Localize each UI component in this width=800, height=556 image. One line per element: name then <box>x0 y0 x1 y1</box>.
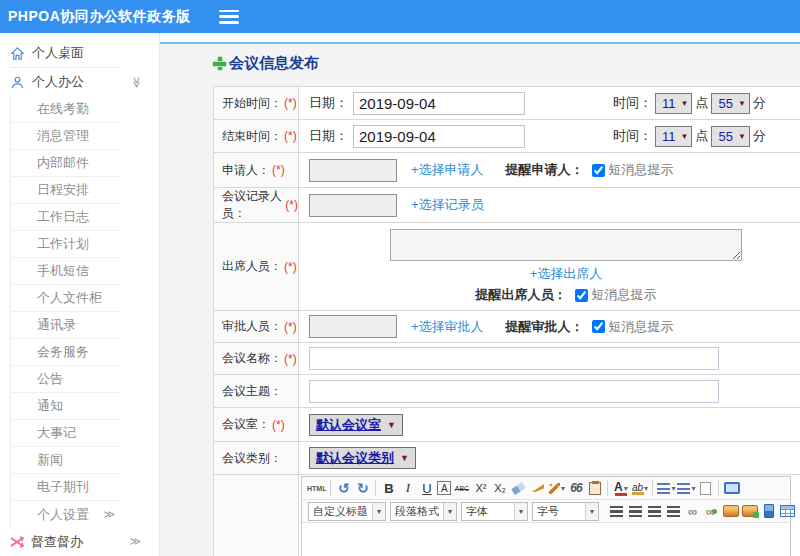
choose-approver-link[interactable]: +选择审批人 <box>411 318 484 336</box>
table-icon[interactable] <box>779 502 796 520</box>
sidebar-item-label: 新闻 <box>37 451 63 469</box>
strikethrough-icon[interactable]: ABC <box>453 479 470 497</box>
sidebar-item-personal-desktop[interactable]: 个人桌面 <box>0 39 159 67</box>
applicant-input[interactable] <box>309 159 397 182</box>
end-hour-select[interactable]: 11▼ <box>655 126 692 147</box>
choose-attendees-link[interactable]: +选择出席人 <box>530 265 603 283</box>
insert-image-icon[interactable] <box>741 502 758 520</box>
align-left-icon[interactable] <box>608 502 625 520</box>
sidebar-item-personal-files[interactable]: 个人文件柜 <box>11 285 119 312</box>
media-icon[interactable] <box>760 502 777 520</box>
undo-icon[interactable]: ↺ <box>335 479 352 497</box>
approver-sms-checkbox[interactable] <box>592 320 605 333</box>
auto-typeset-icon[interactable]: ▾ <box>548 479 565 497</box>
sidebar-item-label: 工作计划 <box>37 235 89 253</box>
html-source-button[interactable]: HTML <box>307 479 326 497</box>
link-icon[interactable]: ∞ <box>684 502 701 520</box>
sidebar-item-contacts[interactable]: 通讯录 <box>11 312 119 339</box>
sidebar-item-news[interactable]: 新闻 <box>11 447 119 474</box>
attendees-textarea[interactable] <box>390 229 742 261</box>
choose-applicant-link[interactable]: +选择申请人 <box>411 161 484 179</box>
paragraph-format-dropdown[interactable]: 段落格式▾ <box>390 502 457 521</box>
meeting-category-select[interactable]: 默认会议类别 ▼ <box>309 447 416 469</box>
paste-icon[interactable] <box>586 479 603 497</box>
sidebar-item-label: 在线考勤 <box>37 100 89 118</box>
sidebar-item-label: 个人桌面 <box>32 44 84 62</box>
caret-down-icon: ▾ <box>624 484 628 493</box>
applicant-sms-checkbox[interactable] <box>592 164 605 177</box>
choose-recorder-link[interactable]: +选择记录员 <box>411 196 484 214</box>
form-row-meeting-room: 会议室：(*) 默认会议室 ▼ <box>214 408 800 442</box>
sidebar-item-announcement[interactable]: 公告 <box>11 366 119 393</box>
attendees-sms-checkbox[interactable] <box>575 289 588 302</box>
meeting-name-input[interactable] <box>309 347 719 370</box>
format-painter-icon[interactable] <box>529 479 546 497</box>
subscript-icon[interactable]: X₂ <box>491 479 508 497</box>
align-justify-icon[interactable] <box>665 502 682 520</box>
meeting-room-select[interactable]: 默认会议室 ▼ <box>309 414 403 436</box>
remind-attendees-label: 提醒出席人员： <box>476 286 567 304</box>
highlight-color-icon[interactable]: ab▾ <box>631 479 648 497</box>
font-family-dropdown[interactable]: 字体▾ <box>461 502 528 521</box>
sidebar-item-online-attendance[interactable]: 在线考勤 <box>11 96 119 123</box>
end-minute-select[interactable]: 55▼ <box>711 126 749 147</box>
chevron-right-icon: ≫ <box>103 508 115 521</box>
sidebar-item-label: 个人文件柜 <box>37 289 102 307</box>
editor-toolbar-row-1: HTML ↺ ↻ B I U A ABC X² X₂ <box>302 477 790 500</box>
sidebar-item-label: 督查督办 <box>31 533 83 551</box>
page-break-icon[interactable] <box>697 479 714 497</box>
sidebar-item-supervision[interactable]: 督查督办 ≫ <box>0 528 159 555</box>
superscript-icon[interactable]: X² <box>472 479 489 497</box>
sidebar-item-schedule[interactable]: 日程安排 <box>11 177 119 204</box>
required-mark: (*) <box>285 198 298 212</box>
eraser-icon[interactable] <box>510 479 527 497</box>
sidebar-item-personal-office[interactable]: 个人办公 ≫ <box>0 68 159 96</box>
recorder-input[interactable] <box>309 194 397 217</box>
font-color-icon[interactable]: A▾ <box>612 479 629 497</box>
heading-style-dropdown[interactable]: 自定义标题▾ <box>308 502 386 521</box>
required-mark: (*) <box>284 320 297 334</box>
caret-down-icon: ▾ <box>644 484 648 493</box>
border-text-icon[interactable]: A <box>437 481 451 495</box>
bold-icon[interactable]: B <box>380 479 397 497</box>
start-hour-select[interactable]: 11▼ <box>655 93 692 114</box>
editor-content-area[interactable] <box>302 523 790 556</box>
chevron-down-icon[interactable]: ≫ <box>131 76 144 88</box>
caret-down-icon: ▼ <box>681 99 689 108</box>
sidebar-item-meeting-service[interactable]: 会务服务 <box>11 339 119 366</box>
image-icon[interactable] <box>722 502 739 520</box>
align-right-icon[interactable] <box>646 502 663 520</box>
approver-input[interactable] <box>309 315 397 338</box>
caret-down-icon: ▼ <box>681 132 689 141</box>
end-date-input[interactable] <box>353 125 525 148</box>
underline-icon[interactable]: U <box>418 479 435 497</box>
sidebar-item-work-plan[interactable]: 工作计划 <box>11 231 119 258</box>
sidebar-item-message-management[interactable]: 消息管理 <box>11 123 119 150</box>
unlink-icon[interactable]: ∞ <box>703 502 720 520</box>
caret-down-icon: ▼ <box>738 99 746 108</box>
sidebar-item-major-events[interactable]: 大事记 <box>11 420 119 447</box>
sidebar-item-personal-settings[interactable]: 个人设置 ≫ <box>11 501 119 528</box>
blockquote-icon[interactable]: 66 <box>567 479 584 497</box>
ordered-list-icon[interactable]: ▾ <box>657 479 675 497</box>
sidebar-item-notice[interactable]: 通知 <box>11 393 119 420</box>
sidebar-item-sms[interactable]: 手机短信 <box>11 258 119 285</box>
unordered-list-icon[interactable]: ▾ <box>677 479 695 497</box>
form-row-content-editor: HTML ↺ ↻ B I U A ABC X² X₂ <box>214 475 800 556</box>
remind-approver-label: 提醒审批人： <box>506 318 584 336</box>
sidebar-item-work-log[interactable]: 工作日志 <box>11 204 119 231</box>
sidebar-item-internal-mail[interactable]: 内部邮件 <box>11 150 119 177</box>
fullscreen-icon[interactable] <box>723 479 740 497</box>
align-center-icon[interactable] <box>627 502 644 520</box>
font-size-dropdown[interactable]: 字号▾ <box>532 502 599 521</box>
menu-icon[interactable] <box>219 10 239 24</box>
start-minute-select[interactable]: 55▼ <box>711 93 749 114</box>
caret-down-icon: ▾ <box>443 503 456 520</box>
italic-icon[interactable]: I <box>399 479 416 497</box>
sidebar-item-e-journal[interactable]: 电子期刊 <box>11 474 119 501</box>
start-date-input[interactable] <box>353 92 525 115</box>
supervise-icon <box>10 536 24 548</box>
remind-applicant-label: 提醒申请人： <box>506 161 584 179</box>
redo-icon[interactable]: ↻ <box>354 479 371 497</box>
meeting-subject-input[interactable] <box>309 380 719 403</box>
